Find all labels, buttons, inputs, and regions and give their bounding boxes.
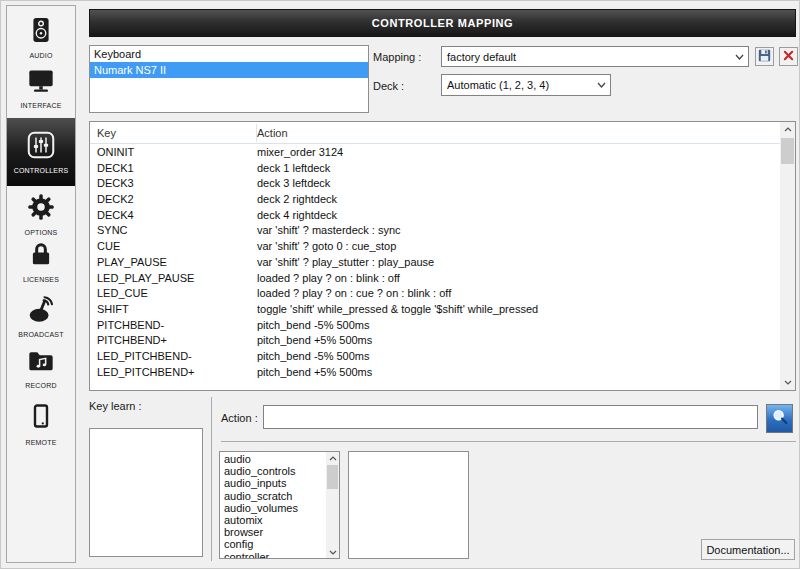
- scroll-down-icon[interactable]: [326, 546, 339, 558]
- sidebar-item-controllers[interactable]: CONTROLLERS: [7, 118, 75, 186]
- key-learn-box[interactable]: [89, 428, 203, 557]
- category-list-item[interactable]: automix: [220, 514, 326, 526]
- mapping-select-value: factory default: [447, 51, 516, 63]
- sidebar-item-label: RECORD: [25, 382, 57, 389]
- save-icon: [758, 49, 771, 65]
- device-list-item[interactable]: Numark NS7 II: [90, 62, 368, 78]
- key-cell: LED_PITCHBEND+: [90, 365, 257, 381]
- category-list-item[interactable]: browser: [220, 526, 326, 538]
- deck-label: Deck :: [373, 80, 404, 92]
- key-cell: PITCHBEND+: [90, 333, 257, 349]
- sidebar-item-record[interactable]: RECORD: [7, 347, 75, 389]
- action-cell: mixer_order 3124: [257, 145, 780, 161]
- table-row[interactable]: LED_PITCHBEND- pitch_bend -5% 500ms: [90, 349, 780, 365]
- column-divider: [256, 124, 257, 142]
- key-cell: ONINIT: [90, 145, 257, 161]
- deck-select[interactable]: Automatic (1, 2, 3, 4): [441, 74, 611, 96]
- category-list-item[interactable]: controller: [220, 551, 326, 559]
- mapping-select[interactable]: factory default: [441, 46, 749, 67]
- sidebar-item-label: BROADCAST: [18, 331, 63, 338]
- chevron-down-icon: [597, 82, 606, 88]
- lock-icon: [28, 239, 54, 273]
- key-cell: LED_PLAY_PAUSE: [90, 271, 257, 287]
- scroll-up-icon[interactable]: [780, 122, 795, 137]
- key-learn-label: Key learn :: [89, 400, 142, 412]
- action-sublist[interactable]: [348, 451, 469, 559]
- table-scrollbar[interactable]: [780, 122, 795, 390]
- sidebar-item-label: REMOTE: [25, 439, 56, 446]
- sidebar-item-audio[interactable]: AUDIO: [7, 15, 75, 59]
- table-row[interactable]: DECK3 deck 3 leftdeck: [90, 176, 780, 192]
- action-cell: loaded ? play ? on : cue ? on : blink : …: [257, 286, 780, 302]
- key-cell: SYNC: [90, 223, 257, 239]
- key-cell: DECK4: [90, 208, 257, 224]
- action-cell: deck 4 rightdeck: [257, 208, 780, 224]
- sidebar-item-label: OPTIONS: [25, 229, 58, 236]
- sliders-icon: [26, 130, 56, 164]
- horizontal-divider: [221, 441, 796, 442]
- action-cell: deck 3 leftdeck: [257, 176, 780, 192]
- sidebar-item-options[interactable]: OPTIONS: [7, 192, 75, 236]
- page-title: CONTROLLER MAPPING: [89, 9, 796, 37]
- table-row[interactable]: LED_PITCHBEND+ pitch_bend +5% 500ms: [90, 365, 780, 381]
- mapping-label: Mapping :: [373, 51, 421, 63]
- documentation-button[interactable]: Documentation...: [701, 539, 795, 560]
- scroll-up-icon[interactable]: [326, 452, 339, 464]
- table-header: Key Action: [90, 122, 780, 144]
- device-list-item[interactable]: Keyboard: [90, 46, 368, 62]
- category-list-item[interactable]: config: [220, 538, 326, 550]
- action-search-button[interactable]: [766, 404, 793, 433]
- save-mapping-button[interactable]: [755, 47, 774, 66]
- table-row[interactable]: ONINIT mixer_order 3124: [90, 145, 780, 161]
- table-row[interactable]: DECK4 deck 4 rightdeck: [90, 208, 780, 224]
- folder-music-icon: [26, 347, 56, 379]
- deck-select-value: Automatic (1, 2, 3, 4): [447, 79, 549, 91]
- category-list-item[interactable]: audio_volumes: [220, 502, 326, 514]
- table-row[interactable]: PITCHBEND- pitch_bend -5% 500ms: [90, 318, 780, 334]
- chevron-down-icon: [735, 54, 744, 60]
- scrollbar-thumb[interactable]: [781, 138, 794, 164]
- action-cell: var 'shift' ? masterdeck : sync: [257, 223, 780, 239]
- table-row[interactable]: CUE var 'shift' ? goto 0 : cue_stop: [90, 239, 780, 255]
- scroll-down-icon[interactable]: [780, 375, 795, 390]
- sidebar-item-remote[interactable]: REMOTE: [7, 400, 75, 446]
- sidebar-item-label: LICENSES: [23, 276, 59, 283]
- action-cell: var 'shift' ? play_stutter : play_pause: [257, 255, 780, 271]
- category-list-item[interactable]: audio_scratch: [220, 490, 326, 502]
- action-cell: toggle 'shift' while_pressed & toggle '$…: [257, 302, 780, 318]
- sidebar-item-label: AUDIO: [29, 52, 52, 59]
- action-cell: pitch_bend -5% 500ms: [257, 349, 780, 365]
- category-scrollbar[interactable]: [326, 452, 339, 558]
- action-category-list: audio audio_controls audio_inputs audio_…: [219, 451, 340, 559]
- action-cell: pitch_bend -5% 500ms: [257, 318, 780, 334]
- action-label: Action :: [221, 412, 258, 424]
- category-list-item[interactable]: audio_inputs: [220, 477, 326, 489]
- speaker-icon: [28, 15, 54, 49]
- table-row[interactable]: LED_PLAY_PAUSE loaded ? play ? on : blin…: [90, 271, 780, 287]
- broadcast-icon: [26, 294, 56, 328]
- column-header-key[interactable]: Key: [90, 127, 257, 139]
- key-cell: LED_PITCHBEND-: [90, 349, 257, 365]
- action-input[interactable]: [263, 405, 758, 429]
- table-row[interactable]: DECK1 deck 1 leftdeck: [90, 161, 780, 177]
- table-row[interactable]: DECK2 deck 2 rightdeck: [90, 192, 780, 208]
- scrollbar-thumb[interactable]: [327, 465, 338, 489]
- category-list-item[interactable]: audio: [220, 453, 326, 465]
- sidebar-item-licenses[interactable]: LICENSES: [7, 239, 75, 283]
- table-row[interactable]: SYNC var 'shift' ? masterdeck : sync: [90, 223, 780, 239]
- delete-mapping-button[interactable]: [779, 47, 798, 66]
- category-list-item[interactable]: audio_controls: [220, 465, 326, 477]
- table-row[interactable]: PLAY_PAUSE var 'shift' ? play_stutter : …: [90, 255, 780, 271]
- sidebar-item-broadcast[interactable]: BROADCAST: [7, 294, 75, 338]
- table-row[interactable]: PITCHBEND+ pitch_bend +5% 500ms: [90, 333, 780, 349]
- table-row[interactable]: LED_CUE loaded ? play ? on : cue ? on : …: [90, 286, 780, 302]
- key-cell: CUE: [90, 239, 257, 255]
- column-header-action[interactable]: Action: [257, 127, 288, 139]
- monitor-icon: [26, 67, 56, 99]
- key-cell: LED_CUE: [90, 286, 257, 302]
- action-cell: deck 2 rightdeck: [257, 192, 780, 208]
- sidebar-item-label: INTERFACE: [20, 102, 61, 109]
- delete-x-icon: [783, 49, 794, 64]
- table-row[interactable]: SHIFT toggle 'shift' while_pressed & tog…: [90, 302, 780, 318]
- sidebar-item-interface[interactable]: INTERFACE: [7, 67, 75, 109]
